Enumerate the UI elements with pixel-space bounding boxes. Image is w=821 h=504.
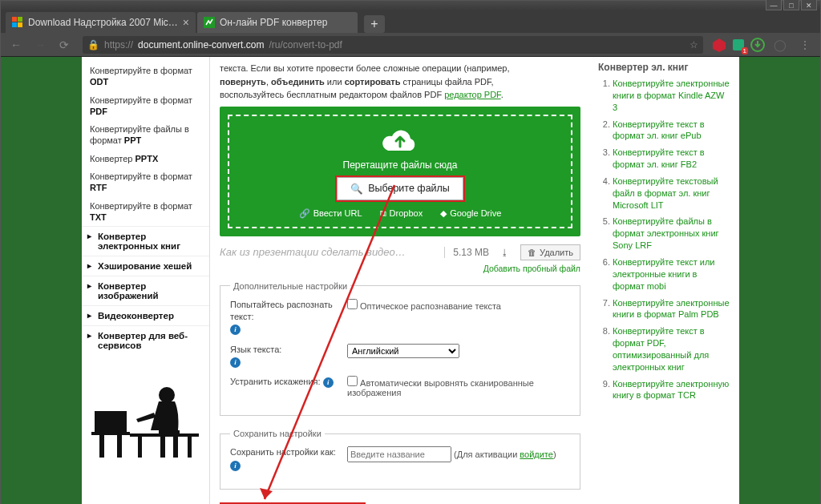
browser-tab-1[interactable]: Download Надстройка 2007 Mic… × [6,12,196,33]
file-queue-row: Как из презентации сделать видео… 5.13 M… [220,244,580,260]
site-icon [204,17,215,28]
sidebar-format-link[interactable]: Конвертируйте в формат PDF [82,91,209,121]
drop-zone[interactable]: Перетащите файлы сюда 🔍 Выберите файлы 🔗… [228,115,572,228]
ebook-converter-link[interactable]: Конвертируйте текст в формат эл. книг eP… [613,119,731,143]
person-at-desk-illustration [90,379,202,459]
browser-tab-2[interactable]: Он-лайн PDF конвертер [197,12,358,33]
ebook-converter-link[interactable]: Конвертируйте файлы в формат электронных… [613,216,731,252]
profile-button[interactable]: ◯ [769,35,791,54]
svg-rect-10 [99,435,104,458]
sidebar-format-link[interactable]: Конвертируйте в формат TXT [82,197,209,227]
gdrive-link[interactable]: ◆Google Drive [440,208,501,219]
ms-icon [12,17,23,28]
svg-rect-11 [117,435,122,458]
sidebar-category[interactable]: Хэширование хешей [82,256,209,276]
right-sidebar: Конвертер эл. книг Конвертируйте электро… [590,57,739,504]
tab-title: Download Надстройка 2007 Mic… [28,17,178,28]
sidebar-format-link[interactable]: Конвертируйте в формат RTF [82,167,209,197]
download-icon[interactable]: ⭳ [500,248,509,257]
browser-toolbar: ← → ⟳ 🔒 https://document.online-convert.… [1,33,820,57]
sidebar-format-link[interactable]: Конвертируйте в формат ODT [82,62,209,91]
new-tab-button[interactable]: + [364,15,385,33]
dropbox-link[interactable]: ⧉Dropbox [380,208,423,219]
sidebar-format-link[interactable]: Конвертер PPTX [82,150,209,167]
save-name-input[interactable] [347,446,451,462]
left-sidebar: Конвертируйте в формат ODTКонвертируйте … [82,57,210,504]
language-select[interactable]: Английский [347,344,459,358]
delete-file-button[interactable]: 🗑 Удалить [520,244,580,260]
svg-rect-0 [12,17,17,22]
add-sample-link[interactable]: Добавить пробный файл [220,264,580,273]
svg-rect-17 [160,435,165,458]
extra-settings-legend: Дополнительные настройки [230,281,350,291]
svg-rect-2 [12,22,17,27]
window-minimize[interactable]: — [766,0,782,10]
window-maximize[interactable]: □ [783,0,799,10]
svg-rect-9 [91,432,130,435]
upload-panel: Перетащите файлы сюда 🔍 Выберите файлы 🔗… [220,107,580,236]
svg-rect-8 [95,411,127,432]
link-icon: 🔗 [299,208,310,219]
tab-close-icon[interactable]: × [183,16,189,29]
info-icon[interactable]: i [230,357,241,368]
window-close[interactable]: ✕ [801,0,817,10]
gdrive-icon: ◆ [440,208,447,219]
login-link[interactable]: войдите [520,450,553,459]
browser-tabstrip: Download Надстройка 2007 Mic… × Он-лайн … [1,10,820,33]
magnifier-icon: 🔍 [350,183,363,195]
svg-point-15 [159,387,175,403]
info-icon[interactable]: i [323,377,334,388]
menu-button[interactable]: ⋮ [795,35,815,54]
tab-title: Он-лайн PDF конвертер [220,17,327,28]
intro-text: текста. Если вы хотите провести более сл… [220,57,580,107]
deskew-checkbox[interactable] [347,376,358,386]
ebook-converter-link[interactable]: Конвертируйте текст в формат эл. книг FB… [613,147,731,171]
dropbox-icon: ⧉ [380,208,386,219]
ebook-converter-link[interactable]: Конвертируйте электронную книгу в формат… [613,378,731,402]
ext-adblock-icon[interactable] [711,37,727,53]
svg-rect-16 [159,430,180,435]
queued-filesize: 5.13 MB [444,247,489,258]
drop-label: Перетащите файлы сюда [236,159,564,171]
info-icon[interactable]: i [230,461,241,471]
enter-url-link[interactable]: 🔗Ввести URL [299,208,362,219]
sidebar-category[interactable]: Конвертер электронных книг [82,226,209,256]
cloud-upload-icon [382,127,419,155]
svg-marker-5 [713,38,726,52]
url-scheme: https:// [104,39,133,50]
ebook-converter-link[interactable]: Конвертируйте электронные книги в формат… [613,78,731,114]
sidebar-category[interactable]: Конвертер для веб-сервисов [82,325,209,355]
trash-icon: 🗑 [528,248,536,257]
save-settings-legend: Сохранить настройки [230,429,325,438]
choose-files-button[interactable]: 🔍 Выберите файлы [337,177,463,200]
reload-button[interactable]: ⟳ [54,35,75,54]
svg-rect-13 [138,437,142,458]
ebook-converter-link[interactable]: Конвертируйте текст или электронные книг… [613,256,731,292]
sidebar-category[interactable]: Видеоконвертер [82,305,209,325]
ext-badge: 1 [742,47,748,54]
ocr-checkbox[interactable] [347,299,358,309]
back-button[interactable]: ← [6,35,26,54]
url-path: /ru/convert-to-pdf [269,39,342,50]
right-title: Конвертер эл. книг [598,62,731,73]
forward-button: → [30,35,51,54]
ebook-converter-link[interactable]: Конвертируйте электронные книги в формат… [613,297,731,321]
queued-filename: Как из презентации сделать видео… [220,246,436,258]
address-bar[interactable]: 🔒 https://document.online-convert.com/ru… [83,36,703,54]
svg-rect-18 [173,435,178,458]
star-icon[interactable]: ☆ [690,39,698,50]
ebook-converter-link[interactable]: Конвертируйте текстовый файл в формат эл… [613,175,731,212]
editor-link[interactable]: редактор PDF [444,90,500,99]
ext-download-icon[interactable] [750,37,766,53]
sidebar-category[interactable]: Конвертер изображений [82,276,209,305]
save-settings-fieldset: Сохранить настройки Сохранить настройки … [220,429,580,490]
sidebar-format-link[interactable]: Конвертируйте файлы в формат PPT [82,120,209,150]
info-icon[interactable]: i [230,325,241,335]
main-column: текста. Если вы хотите провести более сл… [210,57,590,504]
svg-rect-14 [188,437,192,458]
url-host: document.online-convert.com [138,39,264,50]
svg-rect-3 [18,22,22,27]
ebook-converter-link[interactable]: Конвертируйте текст в формат PDF, оптими… [613,325,731,373]
extra-settings-fieldset: Дополнительные настройки Попытайтесь рас… [220,281,580,417]
ext-translate-icon[interactable]: 1 [730,37,746,53]
